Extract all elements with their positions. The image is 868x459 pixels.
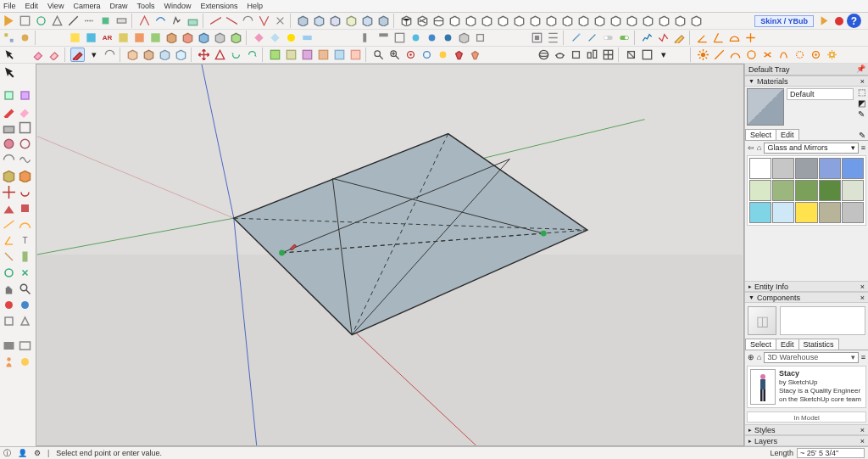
tb-btn[interactable] (569, 48, 583, 62)
help-icon[interactable]: ? (847, 14, 861, 28)
tb-btn[interactable] (170, 14, 184, 28)
search-icon[interactable] (387, 48, 402, 62)
play-small-icon[interactable] (817, 14, 832, 28)
circle-icon[interactable] (744, 48, 759, 62)
lt-btn[interactable] (18, 137, 32, 151)
swatch[interactable] (819, 158, 841, 179)
pencil-icon[interactable] (672, 31, 687, 45)
swatch[interactable] (842, 158, 864, 179)
tb-btn[interactable] (181, 31, 195, 45)
component-thumb[interactable]: ◫ (748, 306, 776, 335)
lt-btn[interactable] (18, 355, 32, 369)
toggle-icon[interactable] (617, 31, 632, 45)
pin-icon[interactable]: 📌 (856, 64, 865, 73)
tb-btn[interactable] (793, 48, 807, 62)
box-icon[interactable] (142, 48, 156, 62)
close-icon[interactable]: × (860, 77, 865, 86)
menu-camera[interactable]: Camera (73, 2, 100, 10)
tb-btn[interactable] (213, 31, 227, 45)
refresh-icon[interactable] (229, 48, 243, 62)
person-icon[interactable] (2, 355, 16, 369)
lt-btn[interactable] (2, 314, 16, 328)
tb-btn[interactable] (186, 14, 200, 28)
tray-title[interactable]: Default Tray 📌 (745, 64, 868, 76)
lt-btn[interactable] (18, 339, 32, 353)
back-icon[interactable]: ⇦ (748, 143, 754, 152)
panel-components-head[interactable]: ▼Components× (745, 292, 868, 303)
cube-icon[interactable] (312, 14, 326, 28)
panel-entity-info-head[interactable]: ▸Entity Info× (745, 281, 868, 292)
menu-view[interactable]: View (47, 2, 64, 10)
tb-btn[interactable] (332, 48, 347, 62)
menu-edit[interactable]: Edit (25, 2, 39, 10)
close-icon[interactable]: × (860, 426, 865, 434)
tb-btn[interactable] (809, 48, 823, 62)
hatch-cube-icon[interactable] (657, 14, 671, 28)
hatch-cube-icon[interactable] (399, 14, 414, 28)
cursor-icon[interactable] (2, 48, 16, 62)
tb-btn[interactable] (50, 14, 64, 28)
play-icon[interactable] (2, 14, 16, 28)
hatch-cube-icon[interactable] (512, 14, 526, 28)
hatch-cube-icon[interactable] (625, 14, 639, 28)
sphere-icon[interactable] (537, 48, 551, 62)
tb-btn[interactable] (409, 31, 423, 45)
protractor-icon[interactable] (727, 31, 742, 45)
tb-btn[interactable] (153, 14, 168, 28)
tab-edit[interactable]: Edit (776, 129, 799, 140)
tb-btn[interactable] (114, 14, 129, 28)
lt-btn[interactable] (18, 298, 32, 312)
cube-icon[interactable] (344, 14, 359, 28)
tb-btn[interactable] (436, 48, 450, 62)
swatch[interactable] (819, 202, 841, 223)
tb-btn[interactable] (84, 31, 98, 45)
tb-btn[interactable] (300, 48, 314, 62)
tb-btn[interactable] (268, 31, 282, 45)
swatch[interactable] (842, 180, 864, 201)
zoom-icon[interactable] (18, 282, 32, 296)
component-result[interactable]: Stacy by SketchUp Stacy is a Quality Eng… (747, 366, 866, 408)
cube-icon[interactable] (376, 14, 391, 28)
hatch-cube-icon[interactable] (464, 14, 478, 28)
home-icon[interactable]: ⌂ (757, 143, 761, 152)
search-icon[interactable] (371, 48, 386, 62)
tb-btn[interactable] (257, 14, 271, 28)
hatch-cube-icon[interactable] (689, 14, 704, 28)
lt-btn[interactable] (18, 249, 32, 264)
tb-btn[interactable] (441, 31, 455, 45)
tab-select[interactable]: Select (745, 129, 776, 140)
tb-btn[interactable] (103, 48, 117, 62)
hatch-cube-icon[interactable] (431, 14, 446, 28)
status-icon[interactable]: ⚙ (34, 449, 41, 457)
lt-btn[interactable] (2, 153, 16, 167)
hatch-cube-icon[interactable] (544, 14, 559, 28)
tab-statistics[interactable]: Statistics (798, 339, 839, 350)
lt-btn[interactable] (18, 314, 32, 328)
tb-btn[interactable] (98, 14, 113, 28)
hatch-cube-icon[interactable] (641, 14, 655, 28)
tb-btn[interactable] (241, 14, 255, 28)
cube-icon[interactable] (296, 14, 310, 28)
refresh-icon[interactable] (245, 48, 259, 62)
close-icon[interactable]: × (860, 437, 865, 445)
box-icon[interactable] (174, 48, 188, 62)
create-material-icon[interactable]: ⬚ (856, 88, 866, 98)
material-thumb[interactable] (747, 88, 784, 126)
hatch-cube-icon[interactable] (496, 14, 510, 28)
swatch[interactable] (795, 180, 817, 201)
dropdown-icon[interactable]: ▾ (86, 48, 101, 62)
box-icon[interactable] (158, 48, 172, 62)
tb-btn[interactable] (66, 14, 81, 28)
cursor-icon[interactable] (2, 65, 16, 80)
tb-btn[interactable] (34, 14, 48, 28)
menu-help[interactable]: Help (247, 2, 263, 10)
tb-btn[interactable] (252, 31, 266, 45)
lt-btn[interactable] (2, 88, 16, 103)
lt-btn[interactable] (2, 266, 16, 280)
pencil-icon[interactable] (70, 48, 85, 62)
tb-btn[interactable] (743, 31, 758, 45)
tb-btn[interactable] (268, 48, 282, 62)
hatch-cube-icon[interactable] (593, 14, 607, 28)
tb-btn[interactable] (776, 48, 791, 62)
tab-select[interactable]: Select (745, 339, 776, 350)
